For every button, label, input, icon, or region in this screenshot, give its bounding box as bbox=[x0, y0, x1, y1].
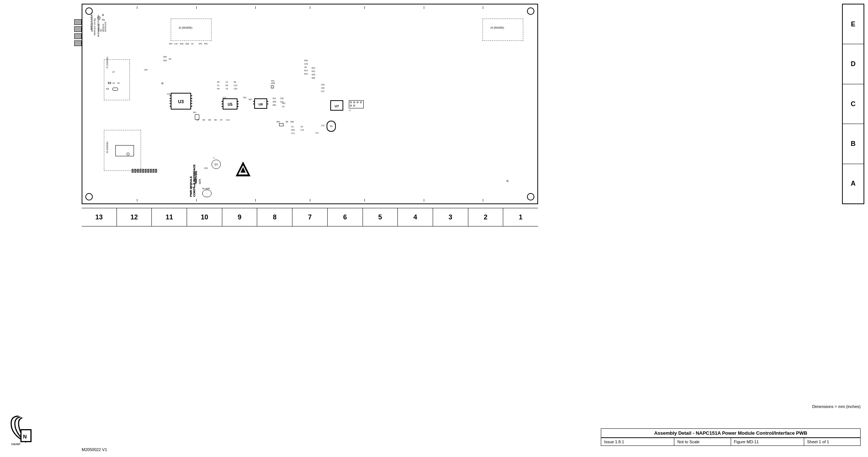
via-bottom-right bbox=[507, 180, 508, 182]
side-letter-a: A bbox=[843, 164, 864, 203]
rlamp-component: RLAMP ~ bbox=[202, 187, 212, 197]
j4-inside-box: J4 (INSIDE) bbox=[482, 19, 523, 41]
sr1-label: SR1 bbox=[276, 121, 280, 123]
mid-components2: C2 R5 C5 bbox=[226, 81, 228, 90]
ruler-5: 5 bbox=[363, 208, 398, 226]
lower-components: C7 R6 R8 R9 R7 C10 bbox=[197, 119, 229, 121]
y1-component: Y1 bbox=[327, 121, 336, 132]
ruler-10: 10 bbox=[187, 208, 222, 226]
pcb-logo bbox=[234, 160, 252, 180]
nautel-logo: N nautel bbox=[7, 412, 45, 446]
c16-label: C16 bbox=[321, 124, 324, 127]
r57-label: R57 bbox=[249, 98, 252, 101]
right-components3: C38 C36 C37 bbox=[321, 84, 324, 92]
c18-label: C18 bbox=[167, 93, 170, 95]
ruler-11: 11 bbox=[152, 208, 187, 226]
ruler-4: 4 bbox=[398, 208, 433, 226]
c17-label: C17 bbox=[315, 132, 319, 134]
side-letters: E D C B A bbox=[842, 4, 864, 204]
side-letter-e: E bbox=[843, 4, 864, 44]
ruler-2: 2 bbox=[468, 208, 504, 226]
l1-component: L1 bbox=[349, 100, 364, 111]
sheet-cell: Sheet 1 of 1 bbox=[804, 438, 860, 445]
dimensions-note: Dimensions = mm (inches) bbox=[812, 404, 861, 409]
tp1-label: TP1 bbox=[193, 111, 196, 114]
ruler-7: 7 bbox=[292, 208, 328, 226]
info-table: Assembly Detail - NAPC151A Power Module … bbox=[601, 428, 861, 446]
ruler-12: 12 bbox=[117, 208, 152, 226]
svg-text:N: N bbox=[23, 434, 27, 440]
ruler-3: 3 bbox=[433, 208, 468, 226]
r8-area: R8 R92 bbox=[286, 121, 294, 123]
right-components2: R22 R12 R26 R06 bbox=[312, 67, 315, 79]
module-installed-label: MODULE INSTALLED bbox=[102, 22, 107, 32]
c14-label: C14 bbox=[223, 97, 226, 99]
j2-inside-box: J2 (INSIDE) bbox=[171, 19, 212, 41]
version-label: M2050022 V1 bbox=[82, 447, 107, 452]
right-components: R28 C29 U8 R14 R24 bbox=[304, 59, 308, 75]
r11-cluster: R11 R09 R61 bbox=[273, 97, 276, 106]
left-connectors bbox=[74, 19, 82, 46]
issue-cell: Issue 1.8.1 bbox=[601, 438, 674, 445]
j6-inside-box: J6 (INSIDE) bbox=[104, 130, 141, 171]
u7-ic: U7 bbox=[330, 100, 343, 111]
ruler-1: 1 bbox=[503, 208, 538, 226]
ruler-13: 13 bbox=[82, 208, 117, 226]
table-title: Assembly Detail - NAPC151A Power Module … bbox=[601, 429, 860, 438]
r3-area: R26 R3 R25 bbox=[163, 56, 167, 58]
u5-ic: U5 bbox=[223, 98, 238, 110]
lower-right-components: R01 U3 bbox=[282, 102, 285, 108]
tp2-label: TP2 bbox=[243, 97, 246, 99]
c40-label: C40 bbox=[144, 69, 147, 71]
u3-ic: U3 bbox=[171, 93, 191, 110]
j6-connector bbox=[132, 169, 157, 173]
ruler-8: 8 bbox=[257, 208, 292, 226]
cr1-label: CR1 bbox=[204, 167, 208, 169]
q1-component: Q1 C bbox=[212, 160, 221, 169]
mid-components3: R6 C24 C25 bbox=[234, 81, 237, 90]
u6-ic: U6 bbox=[254, 98, 267, 109]
board-content: MODULE FAULT MODULE ON MODULE INSTALLED … bbox=[89, 11, 531, 197]
mid-components: R3 C1 R4 bbox=[217, 81, 219, 90]
figure-cell: Figure MD-11 bbox=[731, 438, 804, 445]
u1-cluster2: U3 C12 bbox=[301, 125, 304, 131]
table-row: Issue 1.8.1 Not to Scale Figure MD-11 Sh… bbox=[601, 438, 860, 445]
ruler-6: 6 bbox=[328, 208, 363, 226]
svg-text:nautel: nautel bbox=[11, 442, 20, 446]
via-left bbox=[161, 82, 163, 84]
not-to-scale-cell: Not to Scale bbox=[674, 438, 731, 445]
pcb-diagram: MODULE FAULT MODULE ON MODULE INSTALLED … bbox=[82, 4, 538, 204]
via-bottom-left bbox=[191, 184, 195, 187]
j7-inside-box: J7 (INSIDE) D7 C5 C6 L2 bbox=[104, 59, 130, 100]
side-letter-d: D bbox=[843, 44, 864, 84]
side-letter-c: C bbox=[843, 84, 864, 124]
ruler-9: 9 bbox=[222, 208, 258, 226]
tp3-area: TP3 GND + bbox=[271, 80, 275, 88]
side-letter-b: B bbox=[843, 124, 864, 164]
r11-cluster2: C06 C07 bbox=[280, 97, 284, 103]
u1-cluster: U1 R10 C11 bbox=[291, 125, 295, 134]
ruler: 13 12 11 10 9 8 7 6 5 4 3 2 1 bbox=[82, 208, 538, 226]
